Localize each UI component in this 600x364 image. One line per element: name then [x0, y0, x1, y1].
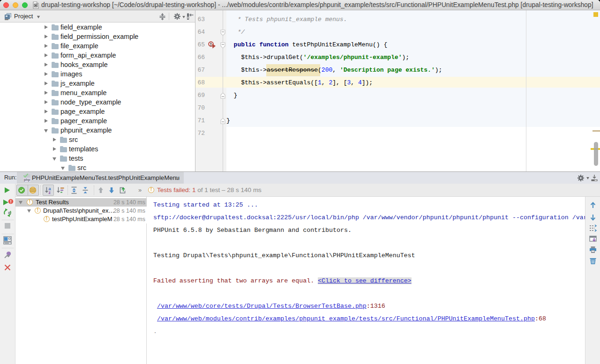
svg-text:z: z	[49, 190, 51, 194]
